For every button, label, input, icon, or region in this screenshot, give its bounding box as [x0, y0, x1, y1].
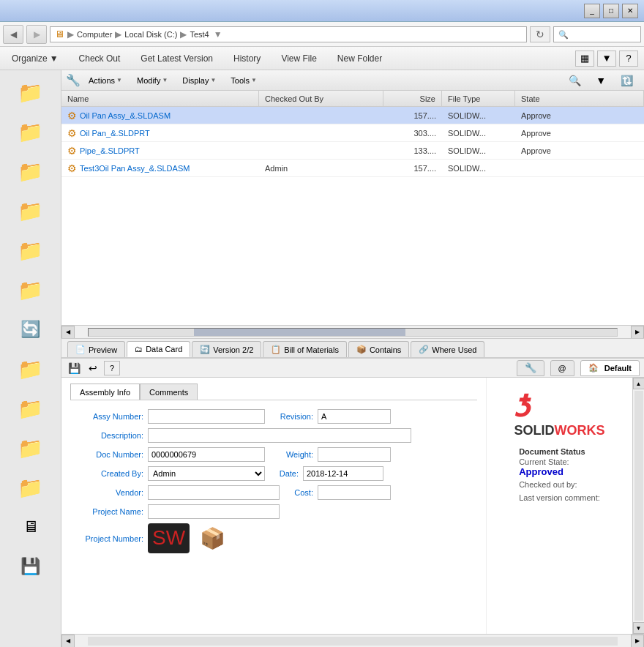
history-label: History [233, 53, 261, 64]
tools-button[interactable]: Tools ▼ [224, 72, 263, 89]
table-row[interactable]: ⚙ Pipe_&.SLDPRT 133.... SOLIDW... Approv… [61, 142, 644, 160]
tab-version[interactable]: 🔄 Version 2/2 [192, 341, 261, 357]
refresh-button[interactable]: ↻ [530, 26, 550, 42]
doc-number-input[interactable] [148, 447, 265, 462]
sidebar-item-3[interactable]: 📁 [10, 152, 51, 190]
last-version-label: Last version comment: [519, 493, 600, 502]
revision-input[interactable] [318, 409, 391, 424]
file-toolbar-right: 🔍 ▼ 🔃 [562, 72, 640, 89]
address-input[interactable]: 🖥 ▶ Computer ▶ Local Disk (C:) ▶ Test4 ▼ [50, 26, 527, 42]
col-header-size[interactable]: Size [383, 91, 442, 106]
col-header-name[interactable]: Name [61, 91, 259, 106]
settings-button[interactable]: ▼ [589, 72, 613, 89]
contains-tab-icon: 📦 [356, 345, 367, 354]
toolbar-right: ▦ ▼ ? [575, 51, 638, 67]
get-latest-label: Get Latest Version [141, 53, 213, 64]
tab-preview[interactable]: 📄 Preview [67, 341, 125, 357]
description-input[interactable] [148, 428, 411, 443]
sidebar-item-7[interactable]: 📁 [10, 350, 51, 388]
computer-icon: 🖥 [23, 517, 39, 536]
cost-input[interactable] [318, 485, 391, 500]
table-row[interactable]: ⚙ Oil Pan_&.SLDPRT 303.... SOLIDW... App… [61, 124, 644, 142]
sidebar-item-5[interactable]: 📁 [10, 231, 51, 269]
close-button[interactable]: ✕ [622, 4, 638, 18]
tab-datacard[interactable]: 🗂 Data Card [127, 341, 190, 357]
hscroll-track[interactable] [88, 328, 618, 337]
sidebar-item-6[interactable]: 📁 [10, 271, 51, 309]
views-button[interactable]: ▦ [575, 51, 594, 67]
sidebar-item-2[interactable]: 📁 [10, 113, 51, 151]
detail-tab-at[interactable]: @ [550, 360, 574, 376]
scroll-up-btn[interactable]: ▲ [633, 378, 645, 389]
actions-button[interactable]: Actions ▼ [82, 72, 129, 89]
maximize-button[interactable]: □ [603, 4, 619, 18]
modify-button[interactable]: Modify ▼ [130, 72, 174, 89]
form-tab-assembly[interactable]: Assembly Info [70, 384, 140, 400]
detail-tab-default[interactable]: 🏠 Default [580, 360, 640, 376]
sidebar-item-4[interactable]: 📁 [10, 192, 51, 230]
zoom-button[interactable]: 🔍 [562, 72, 588, 89]
hscroll-right-btn[interactable]: ▶ [631, 326, 644, 339]
new-folder-button[interactable]: New Folder [332, 50, 388, 67]
organize-button[interactable]: Organize ▼ [6, 50, 64, 67]
ds-logo-text: ƾ [514, 391, 529, 422]
forward-button[interactable]: ▶ [26, 25, 47, 44]
tab-contains[interactable]: 📦 Contains [348, 341, 409, 357]
sidebar-item-refresh[interactable]: 🔄 [10, 310, 51, 348]
sidebar-item-drive[interactable]: 💾 [10, 547, 51, 586]
form-tab-comments[interactable]: Comments [140, 384, 198, 400]
hscroll-left-btn[interactable]: ◀ [61, 326, 75, 339]
get-latest-button[interactable]: Get Latest Version [135, 50, 219, 67]
detail-help-button[interactable]: ? [104, 361, 120, 375]
col-header-filetype[interactable]: File Type [442, 91, 515, 106]
weight-input[interactable] [318, 447, 391, 462]
view-file-button[interactable]: View File [275, 50, 322, 67]
table-row[interactable]: ⚙ Oil Pan Assy_&.SLDASM 157.... SOLIDW..… [61, 107, 644, 124]
scroll-down-btn[interactable]: ▼ [633, 622, 645, 634]
detail-hscroll-track[interactable] [88, 637, 618, 646]
col-header-checkedby[interactable]: Checked Out By [259, 91, 383, 106]
sidebar-item-10[interactable]: 📁 [10, 468, 51, 506]
tab-bom[interactable]: 📋 Bill of Materials [263, 341, 347, 357]
table-row[interactable]: ⚙ Test3Oil Pan Assy_&.SLDASM Admin 157..… [61, 160, 644, 177]
sidebar-item-computer[interactable]: 🖥 [10, 508, 51, 546]
current-state-value: Approved [519, 466, 600, 477]
state-3: Approve [521, 146, 551, 155]
detail-hscroll-right[interactable]: ▶ [631, 635, 644, 648]
scroll-track[interactable] [634, 391, 643, 621]
detail-back-button[interactable]: ↩ [85, 361, 101, 375]
minimize-button[interactable]: _ [584, 4, 600, 18]
col-header-state[interactable]: State [515, 91, 644, 106]
sidebar-item-9[interactable]: 📁 [10, 429, 51, 467]
history-button[interactable]: History [228, 50, 266, 67]
checkout-label: Check Out [79, 53, 121, 64]
help-button[interactable]: ? [619, 51, 638, 67]
assy-number-input[interactable] [148, 409, 265, 424]
back-button[interactable]: ◀ [3, 25, 23, 44]
vendor-input[interactable] [148, 485, 280, 500]
display-button[interactable]: Display ▼ [176, 72, 222, 89]
views-dropdown[interactable]: ▼ [597, 51, 616, 67]
checkout-button[interactable]: Check Out [73, 50, 127, 67]
sidebar-item-1[interactable]: 📁 [10, 73, 51, 111]
whereused-tab-icon: 🔗 [419, 345, 429, 354]
path-dropdown[interactable]: ▼ [214, 29, 222, 40]
detail-save-button[interactable]: 💾 [66, 361, 82, 375]
refresh2-button[interactable]: 🔃 [614, 72, 640, 89]
actions-label: Actions [89, 76, 115, 85]
folder-icon-4: 📁 [18, 199, 43, 223]
form-tabs: Assembly Info Comments [70, 384, 477, 400]
date-input[interactable] [303, 466, 383, 481]
detail-tab-icon[interactable]: 🔧 [517, 360, 544, 376]
sw-icon-2: 📦 [195, 523, 230, 553]
filetype-4: SOLIDW... [448, 164, 486, 173]
new-folder-label: New Folder [337, 53, 382, 64]
detail-hscroll-left[interactable]: ◀ [61, 635, 75, 648]
size-1: 157.... [413, 111, 436, 120]
search-input[interactable] [553, 26, 641, 42]
created-by-select[interactable]: Admin [148, 466, 265, 481]
tab-whereused[interactable]: 🔗 Where Used [411, 341, 484, 357]
sidebar-item-8[interactable]: 📁 [10, 389, 51, 427]
size-3: 133.... [413, 146, 436, 155]
project-name-input[interactable] [148, 504, 280, 519]
